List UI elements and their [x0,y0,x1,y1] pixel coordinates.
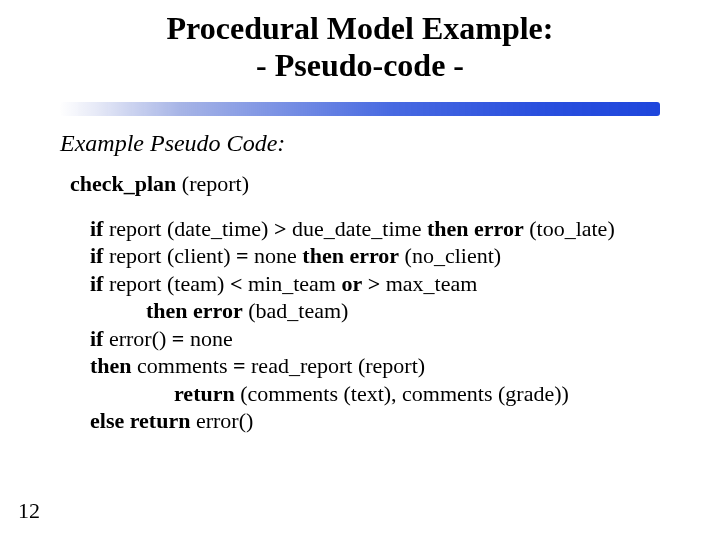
code-line-6: then comments = read_report (report) [90,352,680,380]
code-line-5: if error() = none [90,325,680,353]
code-line-2: if report (client) = none then error (no… [90,242,680,270]
subheading: Example Pseudo Code: [60,130,720,157]
page-number: 12 [18,498,40,524]
code-line-3: if report (team) < min_team or > max_tea… [90,270,680,298]
function-signature: check_plan (report) [70,171,720,197]
code-line-7: return (comments (text), comments (grade… [174,380,680,408]
function-args: (report) [176,171,249,196]
divider-bar [60,102,660,116]
function-name: check_plan [70,171,176,196]
code-line-1: if report (date_time) > due_date_time th… [90,215,680,243]
title-line-1: Procedural Model Example: [0,10,720,47]
code-line-8: else return error() [90,407,680,435]
pseudocode-block: if report (date_time) > due_date_time th… [90,215,680,435]
title-line-2: - Pseudo-code - [0,47,720,84]
code-line-4: then error (bad_team) [146,297,680,325]
slide-title: Procedural Model Example: - Pseudo-code … [0,10,720,84]
